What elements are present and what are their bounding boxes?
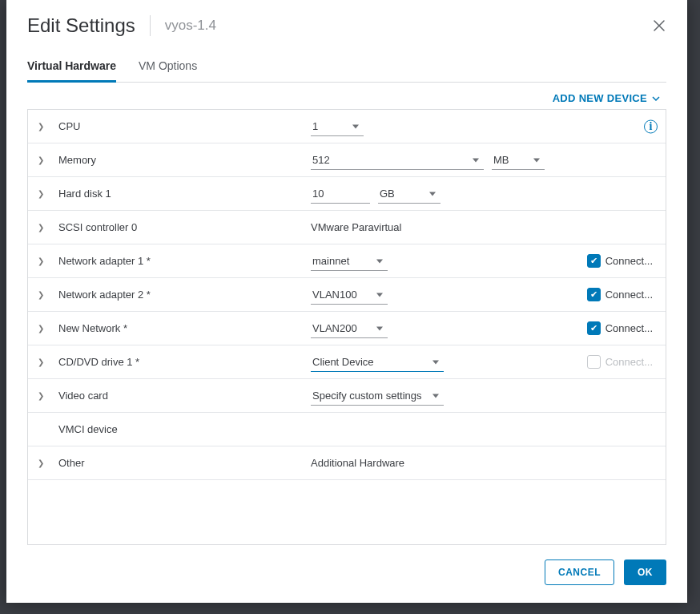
row-label: Video card <box>57 390 311 402</box>
row-scsi: ❯ SCSI controller 0 VMware Paravirtual <box>28 210 666 244</box>
expander-icon[interactable]: ❯ <box>38 122 49 131</box>
row-vmci: ❯ VMCI device <box>28 412 666 446</box>
expander-icon[interactable]: ❯ <box>38 156 49 164</box>
expander-icon[interactable]: ❯ <box>38 357 49 366</box>
empty-space <box>28 479 666 513</box>
row-label: SCSI controller 0 <box>57 221 311 233</box>
net3-network-select[interactable] <box>311 319 388 338</box>
video-settings-select[interactable] <box>311 386 444 406</box>
expander-icon[interactable]: ❯ <box>38 458 49 467</box>
add-new-device-button[interactable]: ADD NEW DEVICE <box>553 92 666 104</box>
cd-connect: ✔ Connect... <box>587 355 656 369</box>
connect-label: Connect... <box>605 322 653 334</box>
row-cd-dvd: ❯ CD/DVD drive 1 * ✔ Connect... <box>28 345 666 378</box>
connect-label: Connect... <box>605 356 653 368</box>
connect-label: Connect... <box>605 255 653 267</box>
dialog-title: Edit Settings <box>27 14 135 37</box>
close-icon[interactable] <box>652 18 666 33</box>
info-icon[interactable]: i <box>644 119 658 133</box>
title-separator <box>150 15 151 36</box>
checkbox-icon[interactable]: ✔ <box>587 321 601 335</box>
expander-icon[interactable]: ❯ <box>38 223 49 232</box>
net1-connect[interactable]: ✔ Connect... <box>587 254 656 268</box>
ok-button[interactable]: OK <box>624 559 666 585</box>
memory-value-input[interactable] <box>311 151 484 170</box>
expander-icon[interactable]: ❯ <box>38 257 49 265</box>
row-label: Memory <box>57 154 311 166</box>
net3-connect[interactable]: ✔ Connect... <box>587 321 656 335</box>
row-label: Network adapter 2 * <box>57 289 311 301</box>
expander-icon[interactable]: ❯ <box>38 290 49 299</box>
row-label: Other <box>57 457 311 469</box>
hardware-rows: ❯ CPU i ❯ Memory <box>27 109 666 545</box>
hdd-unit-select[interactable] <box>378 184 441 204</box>
other-value: Additional Hardware <box>311 457 404 469</box>
cancel-button[interactable]: CANCEL <box>545 559 614 585</box>
row-label: New Network * <box>57 322 311 334</box>
row-label: CPU <box>57 120 311 132</box>
cpu-select[interactable] <box>311 117 364 136</box>
edit-settings-dialog: Edit Settings vyos-1.4 Virtual Hardware … <box>6 0 687 603</box>
scsi-value: VMware Paravirtual <box>311 221 401 233</box>
net2-connect[interactable]: ✔ Connect... <box>587 288 656 301</box>
net2-network-select[interactable] <box>311 285 388 305</box>
row-video-card: ❯ Video card <box>28 378 666 412</box>
row-label: Hard disk 1 <box>57 188 311 200</box>
connect-label: Connect... <box>605 289 653 301</box>
row-label: Network adapter 1 * <box>57 255 311 267</box>
row-memory: ❯ Memory <box>28 143 666 176</box>
row-other: ❯ Other Additional Hardware <box>28 446 666 479</box>
net1-network-select[interactable] <box>311 252 388 271</box>
row-network-adapter-1: ❯ Network adapter 1 * ✔ Connect... <box>28 244 666 277</box>
row-cpu: ❯ CPU i <box>28 110 666 143</box>
hdd-size-input[interactable] <box>311 184 370 204</box>
expander-icon[interactable]: ❯ <box>38 391 49 400</box>
tab-vm-options[interactable]: VM Options <box>139 51 197 82</box>
tab-virtual-hardware[interactable]: Virtual Hardware <box>27 51 116 83</box>
row-label: VMCI device <box>57 423 311 435</box>
row-hard-disk: ❯ Hard disk 1 <box>28 176 666 210</box>
chevron-down-icon <box>652 96 660 101</box>
add-new-device-label: ADD NEW DEVICE <box>553 92 647 104</box>
checkbox-icon[interactable]: ✔ <box>587 254 601 268</box>
dialog-subtitle: vyos-1.4 <box>165 18 216 34</box>
memory-unit-select[interactable] <box>492 151 545 170</box>
checkbox-icon[interactable]: ✔ <box>587 288 601 301</box>
expander-icon[interactable]: ❯ <box>38 324 49 333</box>
cd-device-select[interactable] <box>311 353 444 372</box>
row-label: CD/DVD drive 1 * <box>57 356 311 368</box>
checkbox-icon: ✔ <box>587 355 601 369</box>
row-new-network: ❯ New Network * ✔ Connect... <box>28 311 666 345</box>
expander-icon[interactable]: ❯ <box>38 189 49 198</box>
row-network-adapter-2: ❯ Network adapter 2 * ✔ Connect... <box>28 277 666 311</box>
